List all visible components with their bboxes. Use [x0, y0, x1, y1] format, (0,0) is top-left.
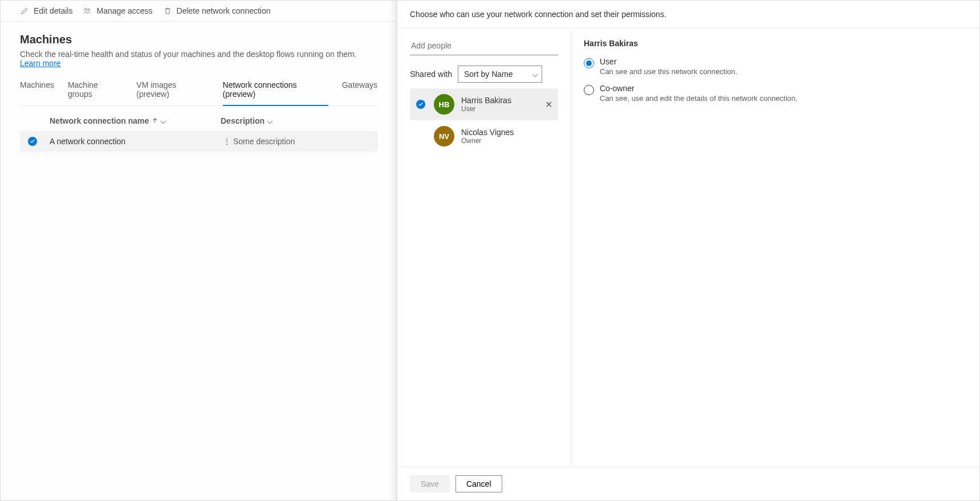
row-name: A network connection [50, 137, 221, 146]
command-bar: Edit details Manage access Delete networ… [1, 1, 397, 22]
tabs: Machines Machine groups VM images (previ… [20, 76, 377, 106]
tab-machine-groups[interactable]: Machine groups [68, 76, 123, 105]
chevron-down-icon [532, 71, 538, 77]
manage-label: Manage access [96, 6, 152, 15]
delete-label: Delete network connection [177, 6, 271, 15]
tab-vm-images[interactable]: VM images (preview) [136, 76, 209, 105]
svg-point-1 [88, 9, 90, 10]
person-name: Nicolas Vignes [461, 128, 514, 137]
tab-network-connections[interactable]: Network connections (preview) [223, 76, 328, 106]
svg-point-0 [85, 8, 87, 10]
save-button[interactable]: Save [410, 475, 450, 492]
person-row[interactable]: NV Nicolas Vignes Owner [410, 120, 558, 152]
check-icon [416, 100, 425, 109]
table-row[interactable]: A network connection ⋮ Some description [20, 131, 377, 152]
edit-icon [20, 6, 29, 15]
remove-person-button[interactable]: ✕ [545, 99, 552, 110]
panel-footer: Save Cancel [397, 467, 979, 500]
person-name: Harris Bakiras [461, 96, 511, 105]
radio-user[interactable] [584, 58, 594, 68]
person-role: User [461, 105, 511, 113]
sort-asc-icon [152, 118, 158, 124]
col-name-header[interactable]: Network connection name [50, 116, 221, 125]
sort-dropdown[interactable]: Sort by Name [458, 66, 542, 83]
share-panel: Choose who can use your network connecti… [397, 1, 979, 500]
permission-coowner[interactable]: Co-owner Can see, use and edit the detai… [584, 84, 967, 103]
check-icon [28, 137, 37, 146]
manage-access-button[interactable]: Manage access [83, 6, 152, 15]
add-people-input[interactable] [410, 36, 558, 55]
cancel-button[interactable]: Cancel [456, 475, 502, 492]
permissions-for: Harris Bakiras [584, 39, 967, 48]
radio-coowner[interactable] [584, 85, 594, 95]
panel-heading: Choose who can use your network connecti… [397, 1, 979, 28]
panel-right: Harris Bakiras User Can see and use this… [571, 28, 979, 467]
chevron-down-icon [267, 118, 273, 124]
row-select[interactable] [28, 137, 50, 146]
edit-details-button[interactable]: Edit details [20, 6, 72, 15]
person-row[interactable]: HB Harris Bakiras User ✕ [410, 88, 558, 120]
panel-left: Shared with Sort by Name HB Harris Bakir… [397, 28, 571, 467]
avatar: HB [434, 94, 454, 115]
edit-label: Edit details [34, 6, 72, 15]
person-role: Owner [461, 137, 514, 145]
learn-more-link[interactable]: Learn more [20, 59, 61, 68]
row-desc: Some description [233, 137, 372, 146]
avatar: NV [434, 126, 454, 146]
tab-machines[interactable]: Machines [20, 76, 54, 105]
row-menu-button[interactable]: ⋮ [221, 137, 233, 146]
page-desc: Check the real-time health and status of… [20, 50, 377, 68]
page-title: Machines [20, 33, 377, 46]
col-desc-header[interactable]: Description [221, 116, 372, 125]
shared-with-label: Shared with [410, 70, 452, 79]
trash-icon [163, 6, 172, 15]
delete-connection-button[interactable]: Delete network connection [163, 6, 271, 15]
table-header: Network connection name Description [20, 116, 377, 131]
permission-user[interactable]: User Can see and use this network connec… [584, 57, 967, 76]
tab-gateways[interactable]: Gateways [342, 76, 377, 105]
chevron-down-icon [161, 118, 166, 124]
people-icon [83, 6, 92, 15]
